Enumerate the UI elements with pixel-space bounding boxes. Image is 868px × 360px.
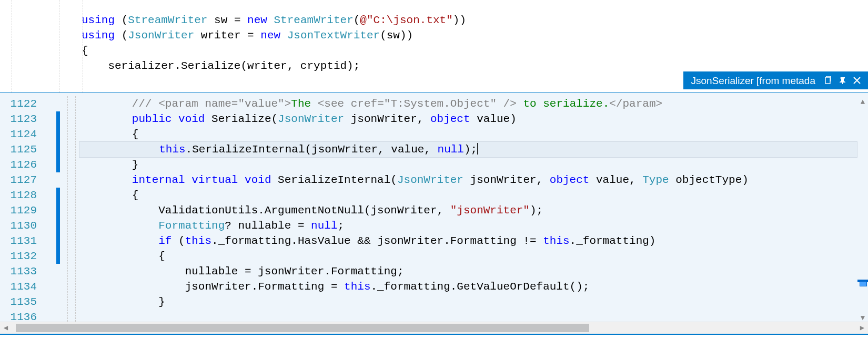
line-number: 1125	[0, 142, 42, 157]
peek-definition-editor[interactable]: 1122112311241125112611271128112911301131…	[0, 92, 868, 322]
top-code-editor[interactable]: using (StreamWriter sw = new StreamWrite…	[0, 0, 868, 92]
code-line[interactable]: jsonWriter.Formatting = this._formatting…	[79, 279, 857, 294]
top-code-block[interactable]: using (StreamWriter sw = new StreamWrite…	[0, 13, 868, 74]
promote-to-document-icon[interactable]	[821, 76, 835, 85]
code-line[interactable]: using (JsonWriter writer = new JsonTextW…	[82, 28, 868, 43]
code-line[interactable]: }	[79, 294, 857, 310]
svg-rect-0	[825, 77, 830, 84]
line-number: 1126	[0, 157, 42, 172]
code-line[interactable]: using (StreamWriter sw = new StreamWrite…	[82, 13, 868, 28]
scroll-left-icon[interactable]: ◀	[0, 322, 12, 334]
horizontal-scrollbar[interactable]: ◀ ▶	[0, 322, 868, 335]
vertical-scrollbar[interactable]: ▲ ▼	[857, 93, 868, 322]
line-number: 1123	[0, 111, 42, 127]
line-number: 1124	[0, 127, 42, 142]
code-line[interactable]: /// <param name="value">The <see cref="T…	[79, 96, 857, 111]
change-tracking-bar	[56, 111, 60, 172]
code-line[interactable]: {	[79, 127, 857, 142]
glyph-margin	[42, 93, 63, 322]
code-line[interactable]: if (this._formatting.HasValue && jsonWri…	[79, 233, 857, 249]
line-number: 1133	[0, 264, 42, 279]
scroll-right-icon[interactable]: ▶	[856, 322, 868, 334]
line-number: 1127	[0, 172, 42, 188]
close-icon[interactable]	[850, 77, 864, 84]
line-number: 1128	[0, 188, 42, 203]
indent-guide	[75, 96, 76, 322]
outlining-guide	[67, 96, 68, 322]
line-number: 1131	[0, 233, 42, 249]
code-line[interactable]: public void Serialize(JsonWriter jsonWri…	[79, 111, 857, 127]
line-number: 1122	[0, 96, 42, 111]
scroll-down-icon[interactable]: ▼	[857, 311, 868, 320]
indent-guide	[12, 0, 12, 92]
horizontal-scroll-thumb[interactable]	[16, 324, 589, 332]
line-number: 1129	[0, 203, 42, 218]
code-line[interactable]: {	[82, 43, 868, 58]
line-number: 1135	[0, 294, 42, 310]
peek-title: JsonSerializer [from metada	[691, 73, 821, 88]
line-number: 1130	[0, 218, 42, 233]
code-line[interactable]: {	[79, 249, 857, 264]
line-number: 1132	[0, 249, 42, 264]
line-number-gutter: 1122112311241125112611271128112911301131…	[0, 93, 42, 322]
change-tracking-bar	[56, 188, 60, 264]
code-line[interactable]: Formatting? nullable = null;	[79, 218, 857, 233]
indent-guide	[83, 0, 83, 92]
overview-caret-mark	[860, 281, 867, 286]
code-line[interactable]: ValidationUtils.ArgumentNotNull(jsonWrit…	[79, 203, 857, 218]
caret	[477, 143, 478, 155]
code-line[interactable]: this.SerializeInternal(jsonWriter, value…	[79, 141, 857, 158]
pin-icon[interactable]	[835, 76, 850, 85]
scroll-up-icon[interactable]: ▲	[857, 95, 868, 104]
line-number: 1134	[0, 279, 42, 294]
code-line[interactable]: internal virtual void SerializeInternal(…	[79, 172, 857, 188]
code-line[interactable]: }	[79, 157, 857, 172]
code-line[interactable]: nullable = jsonWriter.Formatting;	[79, 264, 857, 279]
peek-definition-header: JsonSerializer [from metada	[683, 71, 868, 89]
bottom-code-block[interactable]: /// <param name="value">The <see cref="T…	[79, 96, 857, 310]
code-line[interactable]: {	[79, 188, 857, 203]
indent-guide	[59, 0, 59, 92]
